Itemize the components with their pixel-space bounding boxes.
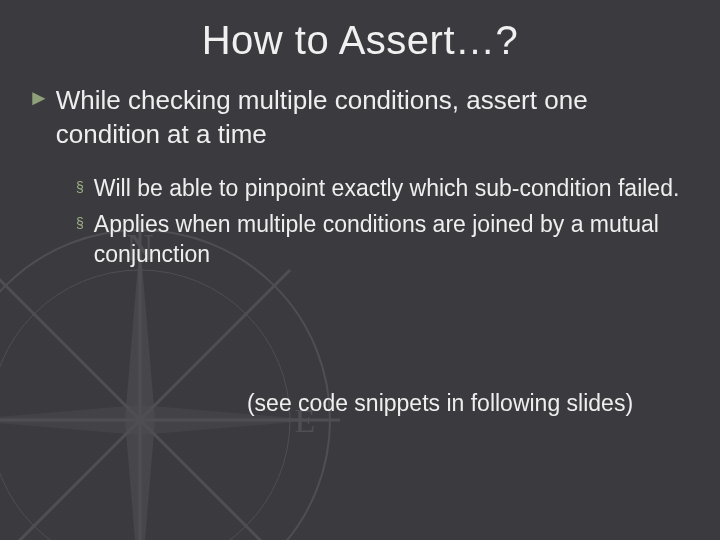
sub-bullets: § Will be able to pinpoint exactly which… bbox=[28, 163, 692, 269]
square-bullet-icon: § bbox=[76, 173, 84, 201]
triangle-bullet-icon: ► bbox=[28, 83, 50, 113]
svg-point-0 bbox=[0, 230, 330, 540]
square-bullet-icon: § bbox=[76, 209, 84, 237]
slide: N E S W How to Assert…? ► While checking… bbox=[0, 0, 720, 540]
slide-content: ► While checking multiple conditions, as… bbox=[0, 63, 720, 269]
footnote-text: (see code snippets in following slides) bbox=[0, 390, 720, 417]
bullet-level2: § Will be able to pinpoint exactly which… bbox=[76, 173, 682, 203]
sub-point-text: Will be able to pinpoint exactly which s… bbox=[94, 173, 680, 203]
slide-title: How to Assert…? bbox=[0, 0, 720, 63]
main-point-text: While checking multiple conditions, asse… bbox=[56, 83, 692, 151]
sub-point-text: Applies when multiple conditions are joi… bbox=[94, 209, 682, 269]
bullet-level2: § Applies when multiple conditions are j… bbox=[76, 209, 682, 269]
bullet-level1: ► While checking multiple conditions, as… bbox=[28, 83, 692, 151]
